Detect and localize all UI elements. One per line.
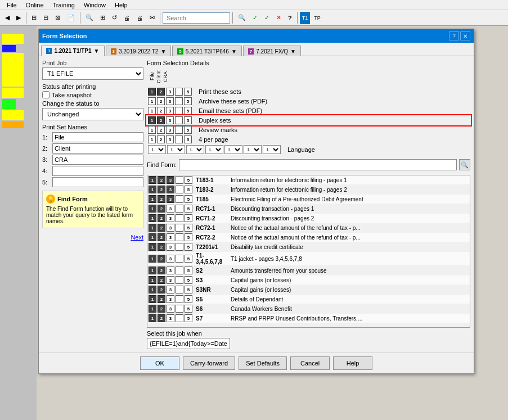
email-btn[interactable]: ✉ — [147, 12, 158, 24]
num-box-2[interactable]: 2 — [158, 176, 165, 184]
num-box-1[interactable]: 1 — [148, 136, 156, 143]
num-box-5[interactable]: 5 — [185, 286, 192, 293]
form-list[interactable]: 1235T183-1Information return for electro… — [147, 175, 470, 327]
tab-t2[interactable]: 3 3.2019-2022 T2 ▼ — [106, 46, 172, 56]
lang-select-4[interactable]: L — [224, 145, 242, 154]
num-box-2[interactable]: 2 — [158, 255, 165, 263]
num-box-3[interactable]: 3 — [167, 195, 174, 203]
num-box-3[interactable]: 3 — [167, 205, 174, 213]
pset-input-1[interactable] — [52, 132, 143, 142]
num-box-5[interactable]: 5 — [185, 276, 192, 284]
form-list-row[interactable]: 1235T183-2Information return for electro… — [147, 185, 470, 195]
form-list-row[interactable]: 1235S3NRCapital gains (or losses) — [147, 285, 470, 295]
num-box-5[interactable]: 5 — [185, 233, 192, 241]
num-box-3[interactable]: 3 — [166, 126, 174, 134]
back-btn[interactable]: ◀ — [2, 12, 12, 24]
num-box-1[interactable]: 1 — [149, 255, 156, 263]
zoom-btn[interactable]: 🔍 — [83, 12, 96, 24]
btn4[interactable]: 📄 — [64, 12, 78, 24]
next-link[interactable]: Next — [42, 234, 143, 241]
num-box-5[interactable]: 5 — [185, 305, 192, 313]
print-job-select[interactable]: T1 EFILE — [42, 67, 143, 80]
num-box-3[interactable]: 3 — [167, 314, 174, 322]
num-box-[interactable] — [176, 305, 183, 313]
num-box-2[interactable]: 2 — [157, 126, 165, 134]
form-list-row[interactable]: 1235T183-1Information return for electro… — [147, 175, 470, 185]
check2-btn[interactable]: ✓ — [262, 12, 272, 24]
tab-t3[interactable]: 5 5.2021 T3/TP646 ▼ — [172, 46, 241, 56]
btn2[interactable]: ⊟ — [41, 12, 51, 24]
num-box-1[interactable]: 1 — [148, 88, 156, 96]
num-box-1[interactable]: 1 — [149, 224, 156, 232]
num-box-1[interactable]: 1 — [149, 295, 156, 303]
num-box-5[interactable]: 5 — [185, 255, 192, 263]
num-box-2[interactable]: 2 — [157, 97, 165, 105]
help-toolbar-btn[interactable]: ? — [285, 12, 295, 24]
form-list-row[interactable]: 1235RC71-1Discounting transaction - page… — [147, 204, 470, 214]
num-box-3[interactable]: 3 — [167, 176, 174, 184]
num-box-2[interactable]: 2 — [158, 214, 165, 222]
num-box-3[interactable]: 3 — [166, 116, 174, 124]
num-box-[interactable] — [176, 224, 183, 232]
num-box-[interactable] — [176, 255, 183, 263]
num-box-1[interactable]: 1 — [149, 276, 156, 284]
form-list-row[interactable]: 1235S2Amounts transferred from your spou… — [147, 266, 470, 276]
btn3[interactable]: ⊠ — [52, 12, 63, 24]
num-box-5[interactable]: 5 — [184, 88, 192, 96]
search-go-btn[interactable]: 🔍 — [235, 12, 249, 24]
num-box-1[interactable]: 1 — [149, 233, 156, 241]
num-box-5[interactable]: 5 — [184, 126, 192, 134]
form-list-row[interactable]: 1235RC72-2Notice of the actual amount of… — [147, 233, 470, 242]
num-box-2[interactable]: 2 — [158, 286, 165, 293]
num-box-3[interactable]: 3 — [167, 224, 174, 232]
num-box-[interactable] — [176, 186, 183, 193]
take-snapshot-checkbox[interactable] — [42, 91, 50, 98]
num-box-[interactable] — [176, 195, 183, 203]
print2-btn[interactable]: 🖨 — [134, 12, 146, 24]
find-form-btn[interactable]: 🔍 — [459, 159, 470, 170]
num-box-[interactable] — [176, 276, 183, 284]
num-box-5[interactable]: 5 — [185, 295, 192, 303]
num-box-[interactable] — [176, 205, 183, 213]
num-box-1[interactable]: 1 — [148, 107, 156, 115]
num-box-2[interactable]: 2 — [157, 88, 165, 96]
menu-window[interactable]: Window — [79, 0, 110, 10]
num-box-1[interactable]: 1 — [148, 97, 156, 105]
num-box-3[interactable]: 3 — [167, 295, 174, 303]
num-box-1[interactable]: 1 — [149, 243, 156, 251]
num-box-[interactable] — [175, 97, 183, 105]
menu-file[interactable]: File — [2, 0, 21, 10]
num-box-5[interactable]: 5 — [185, 267, 192, 274]
num-box-5[interactable]: 5 — [185, 186, 192, 193]
num-box-3[interactable]: 3 — [167, 267, 174, 274]
num-box-2[interactable]: 2 — [158, 233, 165, 241]
num-box-2[interactable]: 2 — [158, 224, 165, 232]
lang-select-6[interactable]: L — [263, 145, 281, 154]
num-box-3[interactable]: 3 — [166, 97, 174, 105]
menu-help[interactable]: Help — [110, 0, 132, 10]
carry-forward-btn[interactable]: Carry-forward — [183, 356, 235, 370]
num-box-1[interactable]: 1 — [148, 126, 156, 134]
grid-btn[interactable]: ⊞ — [97, 12, 108, 24]
num-box-3[interactable]: 3 — [167, 305, 174, 313]
num-box-5[interactable]: 5 — [185, 214, 192, 222]
lang-select-0[interactable]: L — [148, 145, 166, 154]
num-box-[interactable] — [175, 136, 183, 143]
tab-fx[interactable]: 7 7.2021 FX/Q ▼ — [243, 46, 301, 56]
lang-select-1[interactable]: L — [167, 145, 185, 154]
x-btn[interactable]: ✕ — [273, 12, 284, 24]
pset-input-2[interactable] — [52, 143, 143, 153]
num-box-1[interactable]: 1 — [149, 195, 156, 203]
num-box-3[interactable]: 3 — [167, 214, 174, 222]
search-input[interactable] — [163, 12, 230, 24]
num-box-5[interactable]: 5 — [185, 224, 192, 232]
num-box-2[interactable]: 2 — [158, 186, 165, 193]
num-box-[interactable] — [176, 286, 183, 293]
num-box-[interactable] — [175, 107, 183, 115]
num-box-5[interactable]: 5 — [185, 205, 192, 213]
num-box-5[interactable]: 5 — [185, 314, 192, 322]
find-form-input[interactable] — [179, 159, 457, 170]
form-list-row[interactable]: 1235S3Capital gains (or losses) — [147, 276, 470, 285]
num-box-1[interactable]: 1 — [149, 186, 156, 193]
num-box-1[interactable]: 1 — [149, 214, 156, 222]
